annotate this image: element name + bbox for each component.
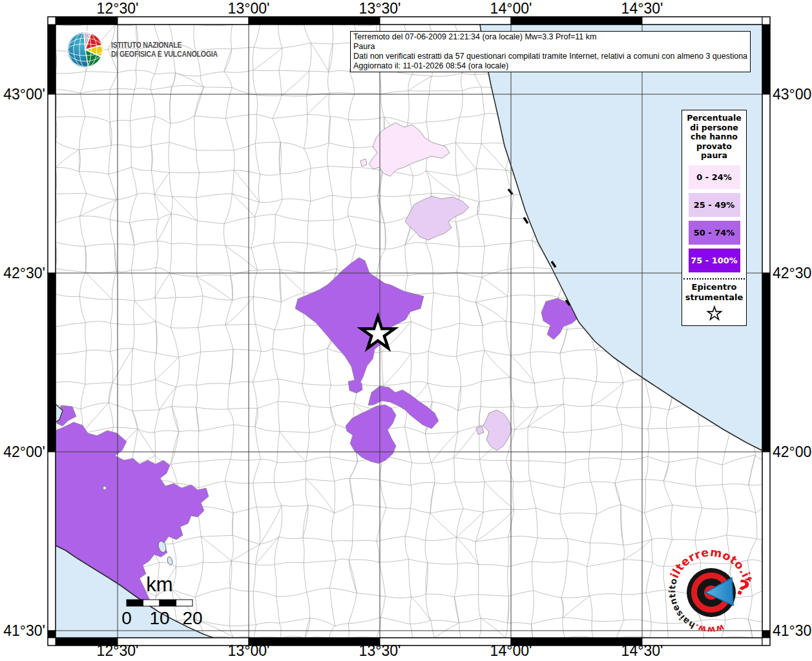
scale-segment: [160, 600, 176, 606]
frame-segment: [642, 17, 762, 25]
scale-segment: [143, 600, 160, 606]
scale-segment: [176, 600, 193, 606]
event-updated: Aggiornato il: 11-01-2026 08:54 (ora loc…: [353, 61, 747, 71]
frame-segment: [48, 452, 56, 631]
frame-segment: [762, 273, 770, 452]
axis-label-left: 42°00': [3, 443, 45, 460]
frame-segment: [762, 17, 770, 25]
legend-title: Percentuale di persone che hanno provato…: [682, 110, 746, 161]
frame-segment: [762, 25, 770, 94]
axis-label-bottom: 14°30': [621, 642, 663, 659]
axis-label-left: 41°30': [3, 622, 45, 639]
axis-label-top: 13°30': [359, 0, 401, 17]
frame-segment: [48, 25, 56, 94]
scale-tick-label: 10: [149, 608, 169, 628]
event-data-note: Dati non verificati estratti da 57 quest…: [353, 52, 747, 61]
frame-segment: [48, 94, 56, 273]
axis-label-right: 43°00': [773, 86, 812, 103]
axis-label-right: 41°30': [773, 622, 812, 639]
event-info-box: Terremoto del 07-06-2009 21:21:34 (ora l…: [350, 31, 751, 72]
axis-label-right: 42°00': [773, 443, 812, 460]
ingv-name-line1: ISTITUTO NAZIONALE: [111, 41, 218, 50]
frame-segment: [118, 17, 249, 25]
legend-epicenter-star-icon: [705, 304, 724, 322]
legend-class-50-74: 50 - 74%: [689, 221, 740, 245]
scale-segment: [127, 600, 143, 606]
axis-label-top: 12°30': [97, 0, 139, 17]
legend-epicenter-label: Epicentro: [682, 282, 746, 292]
frame-segment: [48, 638, 56, 646]
frame-segment: [56, 17, 118, 25]
frame-segment: [48, 273, 56, 452]
frame-segment: [762, 94, 770, 273]
macroseismic-map-page: 12°30'12°30'13°00'13°00'13°30'13°30'14°0…: [0, 0, 812, 661]
event-title: Terremoto del 07-06-2009 21:21:34 (ora l…: [353, 32, 747, 42]
axis-label-top: 14°00': [490, 0, 532, 17]
axis-label-top: 13°00': [228, 0, 270, 17]
scale-unit-label: km: [146, 573, 172, 596]
scale-tick-label: 20: [182, 608, 202, 628]
frame-segment: [380, 17, 511, 25]
axis-label-bottom: 13°30': [359, 642, 401, 659]
axis-label-left: 42°30': [3, 265, 45, 281]
axis-label-bottom: 12°30': [97, 642, 139, 659]
ingv-logo: ISTITUTO NAZIONALE DI GEOFISICA E VULCAN…: [65, 29, 233, 70]
scale-tick-label: 0: [121, 608, 132, 628]
frame-segment: [249, 17, 380, 25]
frame-segment: [511, 17, 642, 25]
axis-label-bottom: 14°00': [490, 642, 532, 659]
haisentito-logo: www.haisentitoilterremoto.it ?: [664, 546, 767, 647]
ingv-name-line2: DI GEOFISICA E VULCANOLOGIA: [111, 50, 218, 59]
axis-label-bottom: 13°00': [228, 642, 270, 659]
frame-segment: [48, 17, 56, 25]
vatican-enclave: [103, 487, 107, 490]
legend-class-75-100: 75 - 100%: [689, 249, 740, 272]
legend-class-25-49: 25 - 49%: [689, 193, 740, 217]
legend: Percentuale di persone che hanno provato…: [682, 110, 747, 326]
ingv-wordmark: ISTITUTO NAZIONALE DI GEOFISICA E VULCAN…: [111, 41, 218, 59]
event-effect: Paura: [353, 42, 747, 52]
ingv-globe-icon: [65, 29, 106, 70]
axis-label-left: 43°00': [3, 86, 45, 103]
legend-class-0-24: 0 - 24%: [689, 165, 740, 189]
axis-label-top: 14°30': [621, 0, 663, 17]
legend-divider: [683, 278, 745, 280]
frame-segment: [48, 631, 56, 638]
axis-label-right: 42°30': [773, 265, 812, 281]
